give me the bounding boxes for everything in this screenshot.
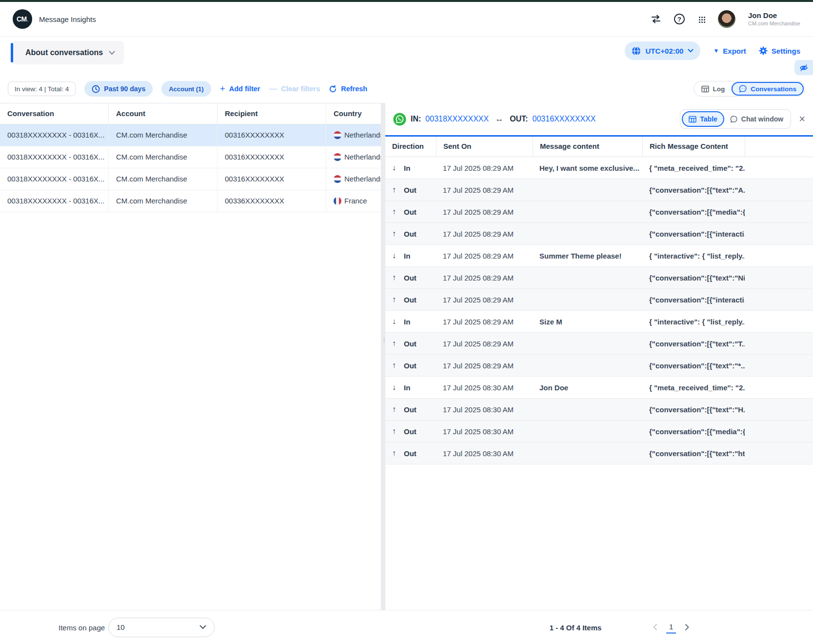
message-row[interactable]: ↓In17 Jul 2025 08:29 AMHey, I want some … [385, 157, 813, 179]
message-row[interactable]: ↑Out17 Jul 2025 08:30 AM{"conversation":… [385, 399, 813, 421]
app-grid-icon[interactable] [697, 15, 705, 23]
message-row[interactable]: ↑Out17 Jul 2025 08:29 AM{"conversation":… [385, 223, 813, 245]
previous-page-icon[interactable] [653, 624, 657, 631]
message-row[interactable]: ↓In17 Jul 2025 08:29 AMSummer Theme plea… [385, 245, 813, 267]
close-icon[interactable]: × [799, 114, 805, 124]
timezone-selector[interactable]: UTC+02:00 [625, 41, 700, 60]
tab-chat-window[interactable]: Chat window [724, 110, 789, 128]
switch-app-icon[interactable] [651, 15, 661, 23]
arrow-down-icon: ↓ [392, 383, 401, 392]
sent-on-cell: 17 Jul 2025 08:29 AM [436, 296, 533, 304]
settings-button[interactable]: Settings [759, 46, 800, 55]
account-filter-chip[interactable]: Account (1) [161, 81, 211, 97]
direction-cell: ↓In [385, 383, 436, 392]
detail-view-tabs: Table Chat window [680, 109, 791, 129]
column-header-recipient[interactable]: Recipient [217, 103, 326, 124]
rich-message-content-cell: { "interactive": { "list_reply... [642, 318, 745, 326]
country-cell: Netherlands [326, 146, 381, 168]
message-row[interactable]: ↓In17 Jul 2025 08:30 AMJon Doe{ "meta_re… [385, 377, 813, 399]
table-icon [701, 85, 709, 93]
items-per-page-value: 10 [117, 623, 125, 631]
direction-label: In [404, 252, 410, 260]
rich-message-content-cell: {"conversation":[{"interacti... [642, 230, 745, 238]
message-row[interactable]: ↑Out17 Jul 2025 08:30 AM{"conversation":… [385, 443, 813, 464]
help-icon[interactable]: ? [674, 14, 685, 24]
message-row[interactable]: ↑Out17 Jul 2025 08:30 AM{"conversation":… [385, 421, 813, 443]
column-header-rich-message-content[interactable]: Rich Message Content [642, 137, 745, 157]
export-button[interactable]: ▼ Export [713, 47, 746, 55]
direction-cell: ↑Out [385, 185, 436, 194]
arrow-down-icon: ↓ [392, 163, 401, 172]
column-header-sent-on[interactable]: Sent On [436, 137, 533, 157]
tab-table[interactable]: Table [682, 111, 724, 127]
column-header-direction[interactable]: Direction [385, 137, 436, 157]
sent-on-cell: 17 Jul 2025 08:29 AM [436, 274, 533, 282]
detail-header: IN: 00318XXXXXXXX ↔ OUT: 00316XXXXXXXX T… [385, 103, 813, 137]
timezone-value: UTC+02:00 [645, 47, 683, 55]
arrow-up-icon: ↑ [392, 185, 401, 194]
conversation-row[interactable]: 00318XXXXXXXX - 00316X...CM.com Merchand… [0, 168, 381, 190]
sent-on-cell: 17 Jul 2025 08:29 AM [436, 318, 533, 326]
direction-cell: ↑Out [385, 405, 436, 414]
message-row[interactable]: ↑Out17 Jul 2025 08:29 AM{"conversation":… [385, 201, 813, 223]
next-page-icon[interactable] [685, 624, 690, 631]
sent-on-cell: 17 Jul 2025 08:30 AM [436, 405, 533, 414]
direction-cell: ↑Out [385, 207, 436, 216]
message-row[interactable]: ↑Out17 Jul 2025 08:29 AM{"conversation":… [385, 179, 813, 201]
rich-message-content-cell: {"conversation":[{"text":"A... [642, 186, 745, 194]
direction-label: In [404, 383, 410, 392]
cm-logo: CM. [13, 9, 32, 29]
clear-filters-button[interactable]: — Clear filters [269, 84, 320, 94]
direction-label: Out [404, 208, 416, 216]
items-per-page-select[interactable]: 10 [108, 618, 215, 637]
in-number[interactable]: 00318XXXXXXXX [425, 115, 489, 123]
direction-label: Out [404, 427, 416, 436]
column-header-conversation[interactable]: Conversation [0, 103, 108, 124]
out-number[interactable]: 00316XXXXXXXX [533, 115, 596, 123]
direction-label: Out [404, 274, 416, 282]
column-header-message-content[interactable]: Message content [533, 137, 642, 157]
direction-cell: ↓In [385, 317, 436, 326]
conversation-table-header: Conversation Account Recipient Country [0, 103, 381, 124]
country-cell: France [326, 190, 381, 212]
arrow-up-icon: ↑ [392, 207, 401, 216]
message-row[interactable]: ↑Out17 Jul 2025 08:29 AM{"conversation":… [385, 355, 813, 377]
add-filter-button[interactable]: + Add filter [220, 83, 260, 94]
current-page[interactable]: 1 [666, 621, 676, 633]
panel-resize-divider[interactable]: ⋮ [381, 103, 385, 610]
arrow-up-icon: ↑ [392, 295, 401, 304]
conversations-view-button[interactable]: Conversations [732, 82, 804, 96]
report-selector[interactable]: About conversations [11, 41, 124, 64]
rich-message-content-cell: {"conversation":[{"interacti... [642, 296, 745, 304]
message-row[interactable]: ↑Out17 Jul 2025 08:29 AM{"conversation":… [385, 267, 813, 289]
items-on-page-label: Items on page [59, 623, 105, 631]
sent-on-cell: 17 Jul 2025 08:29 AM [436, 164, 533, 172]
hide-panel-button[interactable] [794, 60, 813, 75]
message-row[interactable]: ↓In17 Jul 2025 08:29 AMSize M{ "interact… [385, 311, 813, 333]
user-name: Jon Doe [748, 11, 800, 20]
conversations-panel: Conversation Account Recipient Country 0… [0, 103, 381, 610]
direction-cell: ↓In [385, 163, 436, 172]
conversation-row[interactable]: 00318XXXXXXXX - 00316X...CM.com Merchand… [0, 190, 381, 212]
direction-label: Out [404, 186, 416, 194]
message-row[interactable]: ↑Out17 Jul 2025 08:29 AM{"conversation":… [385, 289, 813, 311]
column-header-account[interactable]: Account [108, 103, 217, 124]
sent-on-cell: 17 Jul 2025 08:29 AM [436, 252, 533, 260]
recipient-cell: 00336XXXXXXXX [217, 190, 326, 212]
avatar[interactable] [718, 10, 735, 28]
drag-handle-icon[interactable]: ⋮ [381, 336, 385, 343]
column-header-country[interactable]: Country [326, 103, 381, 124]
conversation-row[interactable]: 00318XXXXXXXX - 00316X...CM.com Merchand… [0, 146, 381, 168]
refresh-button[interactable]: Refresh [329, 85, 367, 93]
log-view-button[interactable]: Log [695, 81, 731, 96]
sent-on-cell: 17 Jul 2025 08:29 AM [436, 340, 533, 348]
direction-label: In [404, 318, 410, 326]
netherlands-flag-icon [334, 131, 341, 139]
sent-on-cell: 17 Jul 2025 08:29 AM [436, 362, 533, 370]
recipient-cell: 00316XXXXXXXX [217, 124, 326, 146]
conversation-row[interactable]: 00318XXXXXXXX - 00316X...CM.com Merchand… [0, 124, 381, 146]
message-row[interactable]: ↑Out17 Jul 2025 08:29 AM{"conversation":… [385, 333, 813, 355]
date-range-filter-chip[interactable]: Past 90 days [84, 81, 153, 97]
rich-message-content-cell: {"conversation":[{"media":{... [642, 427, 745, 436]
rich-message-content-cell: {"conversation":[{"text":"H... [642, 405, 745, 414]
